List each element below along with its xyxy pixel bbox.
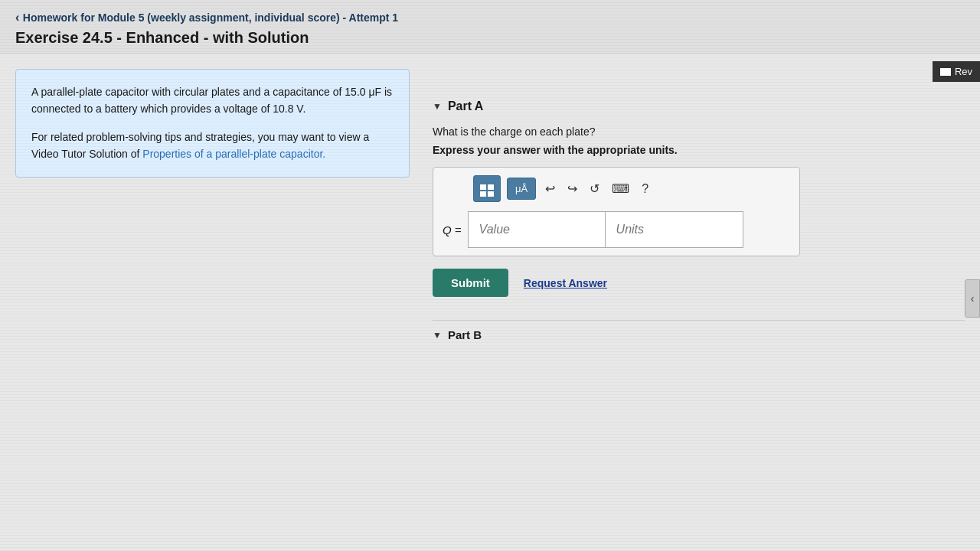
refresh-button[interactable]: ↺ bbox=[586, 178, 603, 199]
action-buttons: Submit Request Answer bbox=[433, 269, 965, 297]
page-wrapper: Homework for Module 5 (weekly assignment… bbox=[0, 0, 980, 551]
submit-button[interactable]: Submit bbox=[433, 269, 508, 297]
units-input[interactable] bbox=[606, 211, 743, 248]
grid-icon bbox=[480, 184, 494, 197]
part-a-header: ▼ Part A bbox=[433, 99, 965, 113]
rev-button[interactable]: Rev bbox=[933, 61, 980, 82]
grid-button[interactable] bbox=[473, 175, 501, 202]
unit-button[interactable]: μÅ bbox=[507, 178, 536, 200]
part-b-toggle[interactable]: ▼ bbox=[433, 330, 442, 341]
value-input[interactable] bbox=[468, 211, 606, 248]
keyboard-button[interactable]: ⌨ bbox=[609, 178, 632, 199]
undo-button[interactable]: ↩ bbox=[542, 178, 558, 199]
part-a-toggle[interactable]: ▼ bbox=[433, 101, 442, 112]
collapse-icon: ‹ bbox=[971, 292, 975, 305]
question-text: What is the charge on each plate? bbox=[433, 126, 965, 138]
left-panel: A parallel-plate capacitor with circular… bbox=[0, 54, 425, 543]
toolbar: μÅ ↩ ↪ ↺ ⌨ ? bbox=[443, 175, 790, 202]
problem-paragraph-2: For related problem-solving tips and str… bbox=[31, 129, 394, 163]
rev-icon bbox=[940, 68, 951, 76]
request-answer-link[interactable]: Request Answer bbox=[524, 277, 607, 289]
part-b-label: Part B bbox=[448, 328, 482, 341]
collapse-button[interactable]: ‹ bbox=[965, 279, 980, 318]
input-row: Q = bbox=[443, 211, 790, 248]
problem-paragraph-1: A parallel-plate capacitor with circular… bbox=[31, 83, 394, 118]
problem-box: A parallel-plate capacitor with circular… bbox=[15, 69, 410, 178]
part-a-label: Part A bbox=[448, 99, 484, 113]
breadcrumb-link[interactable]: Homework for Module 5 (weekly assignment… bbox=[15, 11, 398, 24]
part-b-header: ▼ Part B bbox=[433, 320, 965, 341]
main-content: A parallel-plate capacitor with circular… bbox=[0, 54, 980, 543]
rev-label: Rev bbox=[955, 66, 972, 77]
variable-label: Q = bbox=[443, 223, 462, 236]
answer-box: μÅ ↩ ↪ ↺ ⌨ ? Q = bbox=[433, 167, 800, 256]
help-button[interactable]: ? bbox=[639, 179, 652, 199]
right-panel: Rev ▼ Part A What is the charge on each … bbox=[425, 54, 980, 543]
express-text: Express your answer with the appropriate… bbox=[433, 144, 965, 156]
problem-link[interactable]: Properties of a parallel-plate capacitor… bbox=[142, 148, 325, 160]
top-header: Homework for Module 5 (weekly assignment… bbox=[0, 0, 980, 54]
redo-button[interactable]: ↪ bbox=[564, 178, 580, 199]
part-a-section: ▼ Part A What is the charge on each plat… bbox=[433, 99, 965, 297]
exercise-title: Exercise 24.5 - Enhanced - with Solution bbox=[15, 29, 965, 47]
